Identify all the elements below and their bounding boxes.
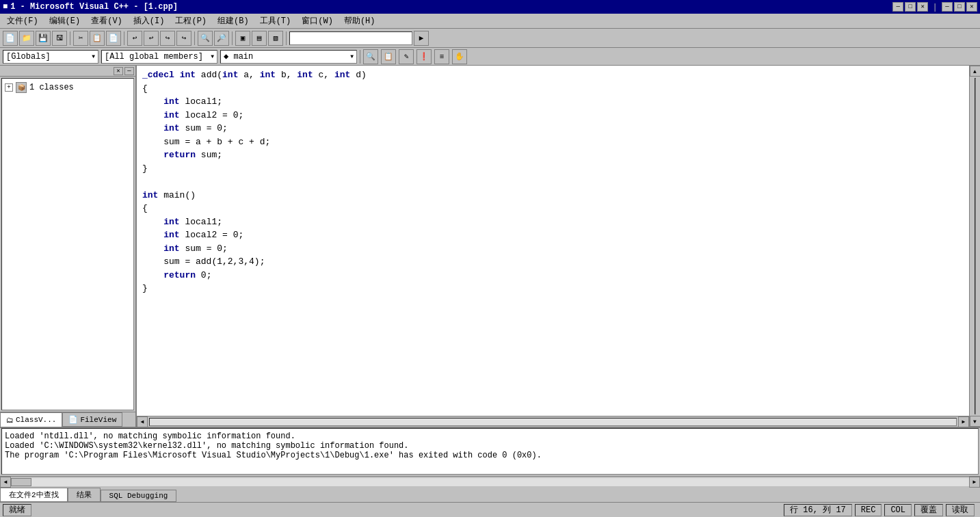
main-dropdown[interactable]: ◆ main ▼ [220,50,357,64]
title-bar-left: ■ 1 - Microsoft Visual C++ - [1.cpp] [3,2,178,12]
status-col: COL [884,504,912,516]
vscroll-track[interactable] [975,78,976,414]
fileview-tab-label: FileView [80,416,116,424]
undo2-button[interactable]: ↩ [144,31,159,46]
inner-minimize-button[interactable]: ─ [942,2,953,12]
output-line-1: Loaded 'ntdll.dll', no matching symbolic… [5,432,975,441]
inner-restore-button[interactable]: □ [954,2,965,12]
status-read: 读取 [946,504,975,516]
classview-tab[interactable]: 🗂 ClassV... [0,412,62,427]
close-button[interactable]: ✕ [917,2,928,12]
tree-item-label: 1 classes [29,83,74,92]
code-editor[interactable]: _cdecl int add(int a, int b, int c, int … [137,66,969,416]
members-label: [All global members] [105,52,203,62]
paste-button[interactable]: 📄 [106,31,121,46]
tb2-copy-btn[interactable]: 📋 [381,49,396,64]
editor-area: _cdecl int add(int a, int b, int c, int … [137,66,969,427]
title-bar: ■ 1 - Microsoft Visual C++ - [1.cpp] ─ □… [0,0,980,14]
output-tab-search[interactable]: 在文件2中查找 [0,488,68,502]
cut-button[interactable]: ✂ [73,31,88,46]
redo2-button[interactable]: ↪ [176,31,191,46]
window-title: 1 - Microsoft Visual C++ - [1.cpp] [10,2,178,12]
tb2-edit-btn[interactable]: ✎ [399,49,414,64]
menu-build[interactable]: 组建(B) [212,14,254,28]
tree-item-classes[interactable]: + 📦 1 classes [5,81,131,94]
output-tab-sql[interactable]: SQL Debugging [101,490,177,502]
panel-pin-button[interactable]: ─ [124,67,134,75]
open-button[interactable]: 📁 [19,31,34,46]
left-panel-titlebar: ✕ ─ [0,66,135,77]
menu-project[interactable]: 工程(P) [170,14,212,28]
hscroll-left-btn[interactable]: ◀ [137,416,148,427]
toolbar2-separator [360,50,360,64]
panel-close-button[interactable]: ✕ [114,67,123,75]
rect2-button[interactable]: ▤ [252,31,267,46]
hscroll-right-btn[interactable]: ▶ [958,416,969,427]
tb2-hand-btn[interactable]: ✋ [452,49,467,64]
fileview-tab[interactable]: 📄 FileView [62,412,122,427]
search-input[interactable] [289,31,412,45]
title-bar-controls[interactable]: ─ □ ✕ | ─ □ ✕ [892,2,977,12]
class-tree[interactable]: + 📦 1 classes [1,78,134,410]
save-button[interactable]: 💾 [36,31,51,46]
rect3-button[interactable]: ▧ [268,31,283,46]
output-line-2: Loaded 'C:\WINDOWS\system32\kernel32.dll… [5,441,975,451]
menu-edit[interactable]: 编辑(E) [44,14,86,28]
copy-button[interactable]: 📋 [90,31,105,46]
undo-button[interactable]: ↩ [127,31,142,46]
search-button[interactable]: 🔍 [198,31,213,46]
code-content[interactable]: _cdecl int add(int a, int b, int c, int … [142,68,964,295]
tree-node-icon: 📦 [16,82,27,93]
output-tabs: 在文件2中查找 结果 SQL Debugging [0,487,980,502]
out-hscroll-left[interactable]: ◀ [0,477,11,488]
minimize-button[interactable]: ─ [892,2,903,12]
separator-2 [124,31,124,45]
redo-button[interactable]: ↪ [160,31,175,46]
tree-expand-icon[interactable]: + [5,83,13,92]
menu-tools[interactable]: 工具(T) [254,14,297,28]
status-bar: 就绪 行 16, 列 17 REC COL 覆盖 读取 [0,502,980,517]
menu-insert[interactable]: 插入(I) [128,14,170,28]
classview-tab-label: ClassV... [16,416,56,424]
menu-window[interactable]: 窗口(W) [296,14,339,28]
members-arrow: ▼ [211,53,214,59]
tb2-excl-btn[interactable]: ❗ [416,49,432,64]
main-label: ◆ main [224,51,253,62]
menu-help[interactable]: 帮助(H) [339,14,381,28]
go-button[interactable]: ▶ [414,31,429,46]
output-tab-results-label: 结果 [77,490,92,500]
out-hscroll-right[interactable]: ▶ [969,477,980,488]
menu-bar: 文件(F) 编辑(E) 查看(V) 插入(I) 工程(P) 组建(B) 工具(T… [0,14,980,29]
output-tab-results[interactable]: 结果 [68,488,101,502]
editor-hscroll[interactable]: ◀ ▶ [137,416,969,427]
separator-5 [286,31,287,45]
output-content[interactable]: Loaded 'ntdll.dll', no matching symbolic… [1,428,979,475]
maximize-button[interactable]: □ [905,2,916,12]
out-hscroll-track[interactable] [31,478,969,486]
new-button[interactable]: 📄 [3,31,18,46]
rect1-button[interactable]: ▣ [235,31,250,46]
members-dropdown[interactable]: [All global members] ▼ [101,50,217,64]
left-panel-tabs: 🗂 ClassV... 📄 FileView [0,412,135,427]
find-button[interactable]: 🔎 [214,31,229,46]
menu-file[interactable]: 文件(F) [1,14,44,28]
status-ovr: 覆盖 [914,504,943,516]
menu-view[interactable]: 查看(V) [85,14,128,28]
save-all-button[interactable]: 🖫 [52,31,67,46]
tb2-search-btn[interactable]: 🔍 [363,49,378,64]
classview-tab-icon: 🗂 [6,416,14,425]
globals-dropdown[interactable]: [Globals] ▼ [3,50,98,64]
hscroll-track[interactable] [149,418,957,426]
separator-3 [194,31,195,45]
vscroll-up-btn[interactable]: ▲ [970,66,981,77]
out-hscroll-thumb [11,478,31,486]
editor-vscroll[interactable]: ▲ ▼ [969,66,980,427]
output-tab-search-label: 在文件2中查找 [9,490,59,500]
left-panel: ✕ ─ + 📦 1 classes 🗂 ClassV... 📄 FileView [0,66,137,427]
inner-close-button[interactable]: ✕ [966,2,977,12]
fileview-tab-icon: 📄 [68,415,78,424]
tb2-list-btn[interactable]: ≡ [434,49,449,64]
output-hscroll[interactable]: ◀ ▶ [0,476,980,487]
vscroll-down-btn[interactable]: ▼ [970,416,981,427]
editor-with-scroll: _cdecl int add(int a, int b, int c, int … [137,66,980,427]
